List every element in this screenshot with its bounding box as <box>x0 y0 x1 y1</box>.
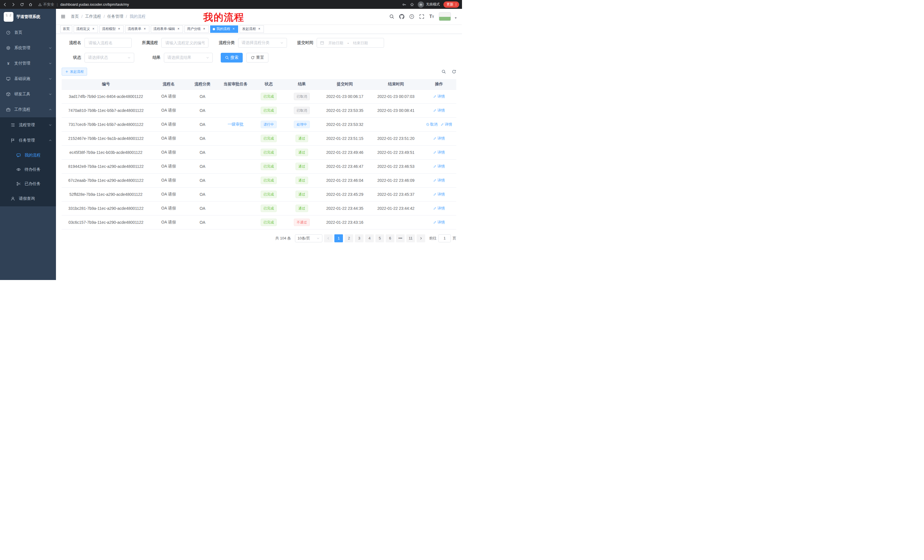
detail-link[interactable]: 详情 <box>433 164 445 169</box>
hamburger-icon[interactable] <box>60 14 66 19</box>
close-icon[interactable]: × <box>92 27 95 31</box>
detail-link[interactable]: 详情 <box>433 136 445 141</box>
tab-process-definition[interactable]: 流程定义× <box>74 25 98 33</box>
tab-process-model[interactable]: 流程模型× <box>99 25 124 33</box>
page-button[interactable]: 6 <box>386 234 394 242</box>
next-page-button[interactable] <box>417 234 425 242</box>
page-button[interactable]: 4 <box>365 234 374 242</box>
warning-icon <box>38 3 42 6</box>
detail-link[interactable]: 详情 <box>433 108 445 113</box>
current-task-link[interactable]: 一级审批 <box>228 122 244 127</box>
sidebar-item-done-tasks[interactable]: 已办任务 <box>0 177 56 191</box>
detail-link[interactable]: 详情 <box>433 94 445 99</box>
page-button[interactable]: 3 <box>355 234 363 242</box>
sidebar-item-my-process[interactable]: 我的流程 <box>0 148 56 162</box>
forward-icon[interactable] <box>11 3 15 7</box>
close-icon[interactable]: × <box>202 27 206 31</box>
address-bar[interactable]: 不安全 | dashboard.yudao.iocoder.cn/bpm/tas… <box>38 2 402 7</box>
table-row: 52ffd28e-7b9a-11ec-a290-acde48001122 OA … <box>62 187 456 201</box>
github-icon[interactable] <box>399 14 404 19</box>
not-secure-warning[interactable]: 不安全 <box>38 2 54 7</box>
search-button[interactable]: 搜索 <box>221 53 243 63</box>
tab-process-form-edit[interactable]: 流程表单-编辑× <box>151 25 183 33</box>
detail-link[interactable]: 详情 <box>433 192 445 197</box>
sidebar-item-task-management[interactable]: 任务管理 <box>0 133 56 148</box>
category-select[interactable]: 请选择流程分类 <box>238 38 287 48</box>
breadcrumb-workflow[interactable]: 工作流程 <box>85 14 101 19</box>
close-icon[interactable]: × <box>232 27 236 31</box>
detail-link[interactable]: 详情 <box>433 150 445 155</box>
caret-down-icon[interactable] <box>454 16 458 20</box>
goto-page-input[interactable] <box>438 234 451 242</box>
breadcrumb-home[interactable]: 首页 <box>71 14 79 19</box>
sidebar-item-process-management[interactable]: 流程管理 <box>0 117 56 133</box>
detail-link[interactable]: 详情 <box>433 206 445 211</box>
close-icon[interactable]: × <box>143 27 147 31</box>
cancel-link[interactable]: 取消 <box>426 122 438 127</box>
more-pages-button[interactable]: ••• <box>396 234 405 242</box>
navbar-actions: TT <box>389 12 458 21</box>
flag-icon <box>10 138 15 143</box>
result-select[interactable]: 请选择流结果 <box>164 53 213 63</box>
chat-icon <box>16 153 21 157</box>
reload-icon[interactable] <box>20 3 24 7</box>
status-select[interactable]: 请选择状态 <box>84 53 134 63</box>
tab-my-process[interactable]: 我的流程× <box>210 25 238 33</box>
reset-button[interactable]: 重置 <box>246 53 268 63</box>
sidebar-item-system[interactable]: 系统管理 <box>0 40 56 55</box>
star-icon[interactable] <box>410 3 414 7</box>
prev-page-button[interactable] <box>324 234 333 242</box>
home-icon[interactable] <box>28 3 33 7</box>
sidebar-item-home[interactable]: 首页 <box>0 25 56 40</box>
sidebar-item-workflow[interactable]: 工作流程 <box>0 102 56 117</box>
tab-process-form[interactable]: 流程表单× <box>125 25 149 33</box>
page-size-select[interactable]: 10条/页 <box>295 234 322 242</box>
search-icon[interactable] <box>389 14 394 19</box>
back-icon[interactable] <box>3 3 7 7</box>
tab-start-process[interactable]: 发起流程× <box>240 25 264 33</box>
close-icon[interactable]: × <box>117 27 121 31</box>
sidebar-item-todo-tasks[interactable]: 待办任务 <box>0 162 56 177</box>
sidebar-item-infrastructure[interactable]: 基础设施 <box>0 71 56 87</box>
page-button[interactable]: 1 <box>334 234 343 242</box>
column-header: 结束时间 <box>370 79 422 89</box>
sidebar-item-payment[interactable]: 支付管理 <box>0 55 56 71</box>
page-button[interactable]: 5 <box>375 234 384 242</box>
fullscreen-icon[interactable] <box>419 14 424 19</box>
avatar[interactable] <box>439 12 451 21</box>
breadcrumb-separator: / <box>104 14 105 19</box>
process-name-input[interactable] <box>84 38 132 48</box>
sidebar-item-devtools[interactable]: 研发工具 <box>0 87 56 102</box>
detail-link[interactable]: 详情 <box>433 178 445 183</box>
key-icon[interactable] <box>402 3 406 7</box>
tab-home[interactable]: 首页 <box>60 25 72 33</box>
page-button[interactable]: 11 <box>406 234 415 242</box>
edit-icon <box>433 165 436 168</box>
pagination: 共 104 条 10条/页 1 2 3 4 5 6 ••• 11 前往 <box>62 234 456 242</box>
screen: 不安全 | dashboard.yudao.iocoder.cn/bpm/tas… <box>0 0 462 280</box>
date-range-picker[interactable]: - <box>316 38 384 48</box>
tab-user-group[interactable]: 用户分组× <box>184 25 209 33</box>
scissors-icon <box>16 181 21 186</box>
sidebar-item-leave-query[interactable]: 请假查询 <box>0 191 56 207</box>
help-icon[interactable] <box>409 14 414 19</box>
start-process-button[interactable]: 发起流程 <box>62 67 87 76</box>
close-icon[interactable]: × <box>177 27 180 31</box>
search-icon <box>225 55 229 60</box>
detail-link[interactable]: 详情 <box>441 122 452 127</box>
result-tag: 处理中 <box>294 121 310 128</box>
update-button[interactable]: 更新 <box>444 1 459 8</box>
edit-icon <box>441 123 444 126</box>
toggle-search-icon[interactable] <box>441 69 446 74</box>
page-button[interactable]: 2 <box>345 234 353 242</box>
browser-menu-icon[interactable] <box>454 3 458 6</box>
detail-link[interactable]: 详情 <box>433 220 445 225</box>
font-size-icon[interactable]: TT <box>429 14 434 19</box>
breadcrumb-task-management[interactable]: 任务管理 <box>107 14 123 19</box>
process-def-input[interactable] <box>161 38 208 48</box>
page-annotation: 我的流程 <box>203 11 244 24</box>
close-icon[interactable]: × <box>257 27 261 31</box>
result-tag: 通过 <box>296 149 308 156</box>
refresh-icon[interactable] <box>452 69 456 74</box>
end-date-input <box>350 40 370 45</box>
